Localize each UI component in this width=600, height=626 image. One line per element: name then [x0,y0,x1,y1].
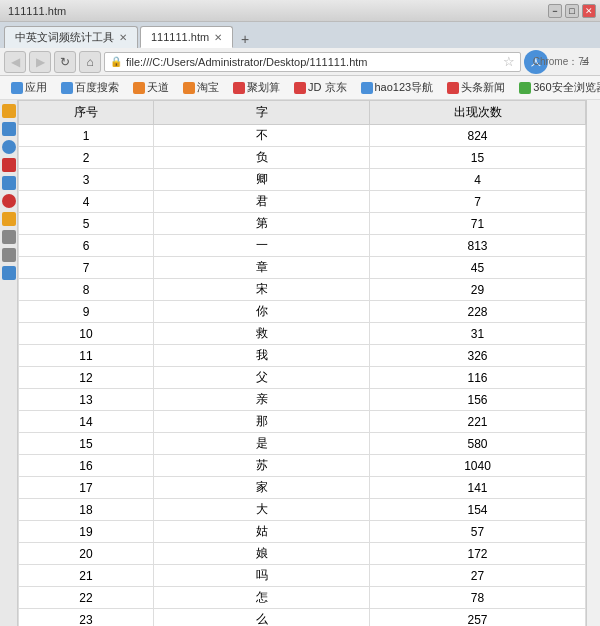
cell-char: 吗 [154,565,370,587]
home-button[interactable]: ⌂ [79,51,101,73]
menu-button[interactable]: ≡ [574,51,596,73]
cell-index: 2 [19,147,154,169]
cell-index: 14 [19,411,154,433]
cell-index: 1 [19,125,154,147]
cell-count: 326 [370,345,586,367]
cell-index: 20 [19,543,154,565]
cell-count: 29 [370,279,586,301]
cell-count: 78 [370,587,586,609]
reload-button[interactable]: ↻ [54,51,76,73]
cell-char: 救 [154,323,370,345]
header-index: 序号 [19,101,154,125]
bookmark-jd[interactable]: JD 京东 [289,78,352,97]
tab-file[interactable]: 111111.htm ✕ [140,26,233,48]
bookmark-baidu[interactable]: 百度搜索 [56,78,124,97]
table-row: 3卿4 [19,169,586,191]
cell-char: 你 [154,301,370,323]
address-bar[interactable]: 🔒 file:///C:/Users/Administrator/Desktop… [104,52,521,72]
cell-index: 23 [19,609,154,627]
tab-file-label: 111111.htm [151,31,209,43]
window-title: 111111.htm [8,5,548,17]
cell-char: 娘 [154,543,370,565]
cell-char: 亲 [154,389,370,411]
cell-count: 31 [370,323,586,345]
cell-count: 228 [370,301,586,323]
cell-index: 3 [19,169,154,191]
title-bar: 111111.htm − □ ✕ [0,0,600,22]
cell-count: 156 [370,389,586,411]
bookmark-tiandao[interactable]: 天道 [128,78,174,97]
cell-count: 221 [370,411,586,433]
table-row: 7章45 [19,257,586,279]
new-tab-button[interactable]: + [235,30,255,48]
sidebar-icon-2[interactable] [2,122,16,136]
cell-char: 是 [154,433,370,455]
cell-count: 15 [370,147,586,169]
bookmark-taobao-label: 淘宝 [197,80,219,95]
bookmark-star-icon[interactable]: ☆ [503,54,515,69]
bookmark-taobao[interactable]: 淘宝 [178,78,224,97]
address-lock-icon: 🔒 [110,56,122,67]
sidebar-icon-10[interactable] [2,266,16,280]
table-row: 19姑57 [19,521,586,543]
cell-char: 君 [154,191,370,213]
main-content: 序号 字 出现次数 1不8242负153卿44君75第716一8137章458宋… [0,100,600,626]
cell-index: 5 [19,213,154,235]
cell-count: 7 [370,191,586,213]
bookmark-hao123-label: hao123导航 [375,80,434,95]
cell-char: 姑 [154,521,370,543]
bookmark-jd-icon [294,82,306,94]
bookmark-toutiao[interactable]: 头条新闻 [442,78,510,97]
sidebar-icon-3[interactable] [2,140,16,154]
header-char: 字 [154,101,370,125]
bookmark-apps[interactable]: 应用 [6,78,52,97]
close-button[interactable]: ✕ [582,4,596,18]
bookmark-juhuasuan[interactable]: 聚划算 [228,78,285,97]
table-row: 11我326 [19,345,586,367]
sidebar-icon-1[interactable] [2,104,16,118]
tab-chinese-tool[interactable]: 中英文词频统计工具 ✕ [4,26,138,48]
cell-index: 6 [19,235,154,257]
cell-count: 172 [370,543,586,565]
right-sidebar [586,100,600,626]
bookmark-hao123[interactable]: hao123导航 [356,78,439,97]
sidebar-icon-6[interactable] [2,194,16,208]
chrome-version: Chrome：74 [550,51,572,73]
bookmark-toutiao-icon [447,82,459,94]
table-row: 23么257 [19,609,586,627]
cell-char: 我 [154,345,370,367]
cell-index: 12 [19,367,154,389]
sidebar-icon-7[interactable] [2,212,16,226]
nav-bar: ◀ ▶ ↻ ⌂ 🔒 file:///C:/Users/Administrator… [0,48,600,76]
tab-close-file[interactable]: ✕ [214,32,222,43]
cell-count: 45 [370,257,586,279]
table-row: 17家141 [19,477,586,499]
cell-count: 4 [370,169,586,191]
back-button[interactable]: ◀ [4,51,26,73]
tab-close-chinese-tool[interactable]: ✕ [119,32,127,43]
sidebar-icon-4[interactable] [2,158,16,172]
sidebar-icon-5[interactable] [2,176,16,190]
bookmark-tiandao-icon [133,82,145,94]
bookmark-hao123-icon [361,82,373,94]
data-table-container[interactable]: 序号 字 出现次数 1不8242负153卿44君75第716一8137章458宋… [18,100,586,626]
cell-count: 141 [370,477,586,499]
cell-index: 8 [19,279,154,301]
bookmark-taobao-icon [183,82,195,94]
table-body: 1不8242负153卿44君75第716一8137章458宋299你22810救… [19,125,586,627]
sidebar-icon-9[interactable] [2,248,16,262]
forward-button[interactable]: ▶ [29,51,51,73]
sidebar-icon-8[interactable] [2,230,16,244]
bookmark-apps-icon [11,82,23,94]
cell-char: 宋 [154,279,370,301]
minimize-button[interactable]: − [548,4,562,18]
maximize-button[interactable]: □ [565,4,579,18]
bookmark-toutiao-label: 头条新闻 [461,80,505,95]
cell-char: 那 [154,411,370,433]
table-row: 20娘172 [19,543,586,565]
cell-index: 4 [19,191,154,213]
bookmark-baidu-icon [61,82,73,94]
bookmark-360[interactable]: 360安全浏览器 [514,78,600,97]
cell-count: 57 [370,521,586,543]
bookmark-jd-label: JD 京东 [308,80,347,95]
